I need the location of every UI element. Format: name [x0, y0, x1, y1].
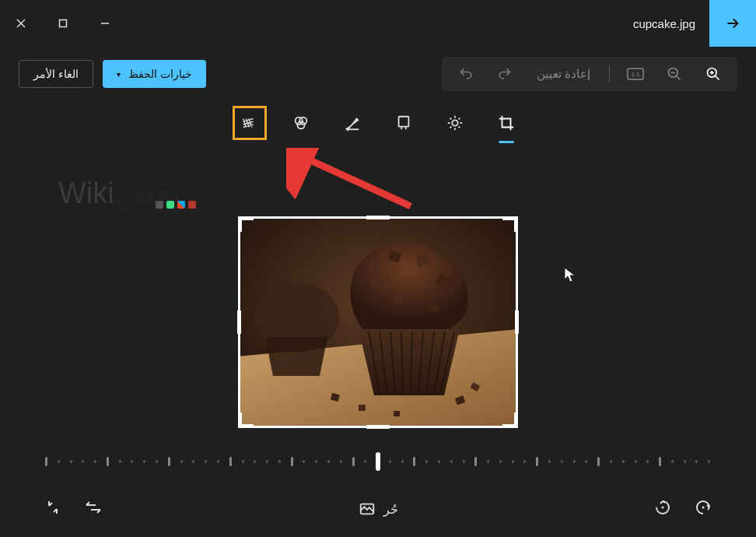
action-bar: 1:1 إعادة تعيين خيارات الحفظ ▾ الغاء الأ…: [0, 47, 756, 101]
tab-filter[interactable]: [387, 106, 421, 140]
maximize-button[interactable]: [42, 8, 84, 39]
svg-line-19: [459, 127, 460, 128]
svg-point-13: [452, 120, 457, 125]
ruler-tick: [340, 460, 342, 463]
zoom-in-button[interactable]: [700, 61, 726, 87]
aspect-ratio-button[interactable]: حُر: [359, 500, 398, 518]
ruler-tick: [463, 460, 465, 463]
svg-line-21: [459, 118, 460, 120]
ruler-tick: [352, 457, 355, 466]
ruler-tick: [156, 460, 158, 463]
aspect-icon: [359, 500, 376, 518]
ruler-tick: [438, 460, 440, 463]
edit-mode-tabs: [0, 101, 756, 145]
reset-rotation-button[interactable]: [694, 498, 712, 520]
arrow-annotation: [286, 148, 418, 210]
crop-handle-tl[interactable]: [238, 216, 254, 232]
svg-point-28: [297, 121, 304, 128]
ruler-tick: [499, 460, 502, 463]
svg-line-18: [450, 118, 452, 120]
svg-line-5: [716, 76, 719, 80]
cancel-button[interactable]: الغاء الأمر: [19, 60, 93, 88]
window-controls: [0, 0, 126, 47]
ruler-tick: [82, 460, 84, 463]
svg-rect-22: [399, 117, 409, 127]
ruler-tick: [119, 460, 121, 463]
cursor-icon: [564, 267, 576, 286]
redo-button[interactable]: [492, 61, 518, 87]
tab-retouch[interactable]: [284, 106, 318, 140]
ruler-tick: [94, 460, 96, 463]
svg-rect-1: [60, 20, 67, 27]
svg-line-20: [450, 127, 452, 128]
watermark-icons: [156, 201, 196, 209]
ruler-tick: [180, 460, 183, 463]
close-button[interactable]: [0, 8, 42, 39]
ruler-tick: [70, 460, 72, 463]
ruler-tick: [610, 460, 612, 463]
fit-button[interactable]: 1:1: [622, 61, 649, 87]
ruler-tick: [107, 457, 109, 466]
crop-handle-top[interactable]: [366, 216, 390, 219]
crop-handle-bottom[interactable]: [366, 425, 390, 429]
next-image-button[interactable]: [709, 0, 756, 47]
ruler-tick: [168, 457, 170, 466]
rotate-ccw-button[interactable]: [653, 498, 672, 520]
minimize-button[interactable]: [84, 8, 126, 39]
ruler-tick: [303, 460, 305, 463]
divider: [609, 65, 610, 82]
ruler-tick: [205, 460, 207, 463]
ruler-tick: [131, 460, 133, 463]
zoom-out-button[interactable]: [661, 61, 688, 87]
svg-point-54: [662, 507, 664, 509]
ruler-tick: [695, 460, 698, 463]
watermark-en: Wiki: [58, 177, 114, 210]
ruler-tick: [278, 460, 281, 463]
view-tools: 1:1 إعادة تعيين: [442, 57, 737, 91]
crop-frame[interactable]: [238, 216, 518, 428]
ruler-tick: [597, 457, 600, 466]
ruler-tick: [58, 460, 60, 463]
ruler-tick: [401, 460, 404, 463]
bottom-toolbar: حُر: [0, 481, 756, 537]
ruler-tick: [684, 460, 686, 463]
svg-line-9: [677, 76, 681, 80]
ruler-tick: [192, 460, 194, 463]
save-options-label: خيارات الحفظ: [128, 68, 192, 80]
ruler-tick: [659, 457, 661, 466]
ruler-tick: [487, 460, 489, 463]
aspect-ratio-label: حُر: [383, 502, 398, 517]
ruler-tick: [708, 460, 710, 463]
undo-button[interactable]: [453, 61, 479, 87]
svg-point-55: [702, 507, 705, 509]
ruler-tick: [450, 460, 453, 463]
crop-handle-tr[interactable]: [502, 216, 518, 232]
crop-handle-left[interactable]: [237, 311, 241, 334]
ruler-tick: [585, 460, 587, 463]
crop-handle-bl[interactable]: [238, 412, 254, 428]
tab-markup[interactable]: [335, 106, 369, 140]
tab-crop[interactable]: [489, 106, 523, 140]
ruler-tick: [242, 460, 244, 463]
save-options-button[interactable]: خيارات الحفظ ▾: [103, 60, 206, 88]
straighten-ruler[interactable]: [45, 450, 711, 473]
flip-button[interactable]: [84, 498, 103, 520]
ruler-tick: [254, 460, 256, 463]
image-canvas[interactable]: [238, 216, 518, 428]
ruler-tick: [635, 460, 637, 463]
ruler-tick: [548, 460, 551, 463]
ruler-tick: [536, 457, 538, 466]
crop-handle-right[interactable]: [515, 311, 519, 334]
ruler-handle[interactable]: [376, 452, 380, 471]
reset-button[interactable]: إعادة تعيين: [530, 67, 597, 81]
tab-background[interactable]: [233, 106, 267, 140]
ruler-tick: [512, 460, 514, 463]
filename-label: cupcake.jpg: [619, 0, 709, 47]
tab-adjust[interactable]: [438, 106, 472, 140]
svg-text:1:1: 1:1: [631, 71, 640, 78]
rotate-button[interactable]: [44, 498, 62, 520]
crop-handle-br[interactable]: [502, 412, 518, 428]
ruler-tick: [229, 457, 232, 466]
ruler-tick: [327, 460, 330, 463]
ruler-tick: [389, 460, 391, 463]
